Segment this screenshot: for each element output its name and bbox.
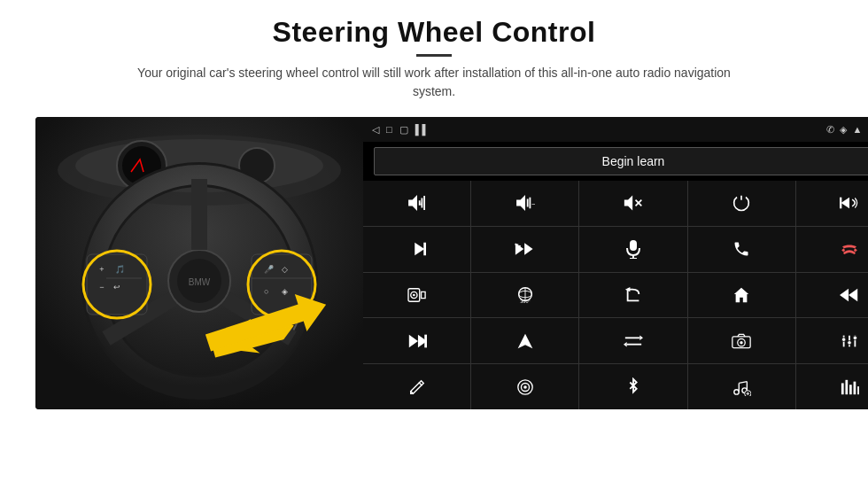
page-container: Steering Wheel Control Your original car… [0,0,868,482]
fast-forward-icon [515,241,536,257]
svg-marker-50 [524,243,532,255]
ctrl-volume-down[interactable]: − [471,181,578,226]
camera-icon [732,333,751,349]
audio-levels-icon [840,378,859,396]
ctrl-power[interactable] [688,181,795,226]
svg-rect-98 [849,385,852,394]
android-screen: ◁ □ ▢ ▌▌ ✆ ◈ ▲ 15:52 Begin learn [363,117,868,409]
svg-text:−: − [99,283,104,292]
svg-rect-46 [840,198,841,209]
fast-forward2-icon [407,333,427,349]
ctrl-360[interactable]: 360° [471,273,578,318]
navigate-icon [516,332,534,350]
ctrl-bluetooth[interactable] [579,364,686,409]
mic-icon [625,239,641,259]
svg-rect-96 [841,383,844,394]
svg-text:+: + [418,200,422,208]
ctrl-eq[interactable] [796,318,868,363]
call-icon [732,240,750,258]
svg-marker-72 [517,333,532,348]
svg-marker-74 [624,342,627,347]
mute-icon [624,195,643,211]
home-icon [732,286,750,304]
svg-text:◈: ◈ [282,287,288,296]
volume-up-icon: + [407,195,427,211]
svg-point-88 [734,389,739,393]
begin-learn-button[interactable]: Begin learn [374,147,868,175]
svg-marker-59 [421,292,425,298]
svg-point-81 [848,340,852,345]
svg-text:BMW: BMW [189,277,211,287]
svg-marker-33 [408,195,417,211]
status-bar: ◁ □ ▢ ▌▌ ✆ ◈ ▲ 15:52 [363,117,868,142]
svg-point-79 [842,338,847,342]
record-icon [516,378,534,396]
svg-point-77 [740,341,742,344]
ctrl-audio-levels[interactable] [796,364,868,409]
svg-rect-99 [854,381,856,394]
equalizer-icon [841,332,858,350]
svg-text:+: + [99,265,104,274]
title-divider [416,54,452,57]
window-icon[interactable]: □ [386,124,392,135]
svg-marker-73 [639,335,643,340]
steering-wheel-svg: BMW + 🎵 − ↩ [35,117,363,409]
svg-line-84 [418,382,422,385]
ctrl-fast-forward2[interactable] [363,318,470,363]
svg-marker-42 [624,196,632,211]
ctrl-volume-up[interactable]: + [363,181,470,226]
wifi-status-icon: ▲ [852,124,862,135]
ctrl-skip-back[interactable] [796,273,868,318]
back-nav-icon[interactable]: ◁ [372,124,379,136]
power-icon [732,194,750,212]
status-bar-left: ◁ □ ▢ ▌▌ [372,124,429,136]
ctrl-next[interactable] [363,227,470,272]
svg-rect-53 [630,240,637,251]
bluetooth-icon [626,377,640,397]
ctrl-edit[interactable] [363,364,470,409]
svg-marker-66 [849,289,857,302]
ctrl-home[interactable] [688,273,795,318]
svg-text:○: ○ [264,287,268,296]
svg-point-58 [413,294,415,297]
svg-rect-100 [857,386,859,394]
steering-wheel-image: BMW + 🎵 − ↩ [35,117,363,409]
ctrl-music-settings[interactable] [688,364,795,409]
svg-rect-71 [424,334,427,347]
speaker-icon [407,286,427,304]
squares-icon[interactable]: ▢ [399,124,408,136]
skip-back-icon [840,287,859,303]
ctrl-end-call[interactable] [796,227,868,272]
end-call-icon [840,241,859,257]
music-settings-icon [732,378,751,396]
ctrl-mic[interactable] [579,227,686,272]
volume-down-icon: − [515,195,535,211]
page-subtitle: Your original car's steering wheel contr… [124,64,744,101]
next-icon [408,241,426,257]
ctrl-mute[interactable] [579,181,686,226]
360-view-icon: 360° [515,285,536,305]
prev-phone-icon [840,195,859,211]
signal-icon: ▌▌ [415,124,430,135]
ctrl-speaker[interactable] [363,273,470,318]
svg-marker-47 [415,243,424,256]
svg-marker-38 [516,195,525,211]
ctrl-camera[interactable] [688,318,795,363]
ctrl-navigate[interactable] [471,318,578,363]
ctrl-fast-forward[interactable] [471,227,578,272]
ctrl-back[interactable] [579,273,686,318]
svg-rect-97 [846,379,849,393]
phone-status-icon: ✆ [826,124,834,136]
ctrl-record[interactable] [471,364,578,409]
ctrl-swap[interactable] [579,318,686,363]
svg-marker-69 [408,334,417,347]
location-status-icon: ◈ [840,124,847,136]
svg-text:360°: 360° [520,299,530,304]
svg-marker-45 [841,198,849,209]
svg-point-83 [853,336,857,340]
svg-text:−: − [531,200,535,208]
svg-text:↩: ↩ [113,283,120,292]
ctrl-call[interactable] [688,227,795,272]
ctrl-prev-phone[interactable] [796,181,868,226]
swap-icon [624,333,643,349]
